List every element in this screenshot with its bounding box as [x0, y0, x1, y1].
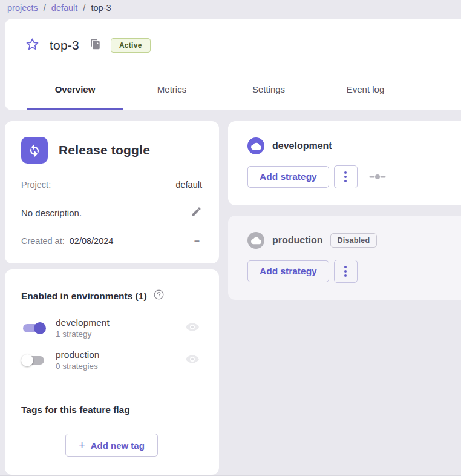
environment-card-name: production — [272, 235, 323, 246]
disabled-badge: Disabled — [330, 233, 378, 248]
left-column: Release toggle Project: default No descr… — [5, 121, 219, 475]
development-toggle[interactable] — [21, 321, 46, 336]
commit-icon — [369, 172, 386, 182]
collapse-dash-icon: – — [194, 236, 202, 246]
project-label: Project: — [21, 180, 51, 190]
copy-icon — [90, 39, 101, 52]
eye-icon — [185, 352, 200, 369]
add-new-tag-label: Add new tag — [91, 440, 145, 451]
tab-metrics[interactable]: Metrics — [123, 73, 220, 110]
help-icon[interactable] — [153, 289, 165, 303]
flag-header-card: top-3 Active Overview Metrics Settings E… — [5, 19, 461, 110]
environment-menu-button[interactable] — [334, 165, 358, 188]
cloud-icon — [247, 137, 264, 154]
flag-title-row: top-3 Active — [5, 32, 461, 59]
tab-bar: Overview Metrics Settings Event log — [5, 73, 461, 110]
favorite-button[interactable] — [24, 38, 40, 53]
kebab-icon — [344, 171, 347, 182]
active-tab-indicator — [27, 108, 123, 110]
pencil-icon — [191, 206, 202, 219]
star-icon — [25, 37, 40, 55]
flag-type-label: Release toggle — [59, 143, 150, 157]
breadcrumb-current: top-3 — [91, 3, 111, 13]
description-row: No description. — [21, 206, 202, 219]
production-toggle[interactable] — [21, 353, 46, 368]
description-text: No description. — [21, 208, 82, 218]
environment-row-development: development 1 strategy — [21, 317, 202, 339]
environment-row-production: production 0 strategies — [21, 349, 202, 371]
kebab-icon — [344, 266, 347, 277]
environment-name: development — [56, 317, 110, 328]
environment-menu-button[interactable] — [334, 260, 358, 283]
flag-type-header: Release toggle — [21, 137, 202, 164]
right-column: development Add strategy — [228, 121, 461, 300]
plus-icon: + — [79, 440, 85, 451]
created-at-row: Created at: 02/08/2024 – — [21, 236, 202, 246]
add-new-tag-button[interactable]: + Add new tag — [65, 434, 158, 457]
environment-card-name: development — [272, 140, 332, 151]
environment-card-development: development Add strategy — [228, 121, 461, 205]
environment-card-production: production Disabled Add strategy — [228, 216, 461, 300]
cloud-icon — [247, 232, 264, 249]
add-strategy-button[interactable]: Add strategy — [247, 166, 329, 188]
page-title: top-3 — [50, 38, 79, 53]
environment-strategy-count: 1 strategy — [56, 329, 110, 339]
copy-name-button[interactable] — [90, 39, 102, 51]
created-at-label: Created at: — [21, 236, 65, 246]
section-divider — [5, 388, 219, 388]
environments-card: Enabled in environments (1) de — [5, 269, 219, 475]
project-value: default — [175, 180, 202, 190]
status-badge: Active — [111, 38, 151, 53]
environment-strategy-count: 0 strategies — [56, 362, 99, 371]
breadcrumb-separator: / — [83, 3, 85, 13]
environment-name: production — [56, 349, 99, 360]
main-content: Release toggle Project: default No descr… — [5, 121, 461, 475]
tags-title: Tags for this feature flag — [21, 405, 202, 415]
project-row: Project: default — [21, 180, 202, 190]
breadcrumb-separator: / — [44, 3, 46, 13]
created-at-value: 02/08/2024 — [70, 236, 114, 246]
breadcrumb: projects / default / top-3 — [0, 0, 461, 13]
tab-overview[interactable]: Overview — [27, 73, 123, 110]
release-toggle-icon — [21, 137, 48, 164]
tab-settings[interactable]: Settings — [220, 73, 317, 110]
flag-details-card: Release toggle Project: default No descr… — [5, 121, 219, 263]
add-strategy-button[interactable]: Add strategy — [247, 260, 329, 282]
edit-description-button[interactable] — [191, 206, 202, 219]
breadcrumb-link-projects[interactable]: projects — [7, 3, 38, 13]
tab-event-log[interactable]: Event log — [317, 73, 414, 110]
environments-title: Enabled in environments (1) — [21, 291, 147, 302]
feature-flag-page: projects / default / top-3 top-3 — [0, 0, 461, 476]
eye-icon — [185, 320, 200, 337]
breadcrumb-link-default[interactable]: default — [51, 3, 78, 13]
